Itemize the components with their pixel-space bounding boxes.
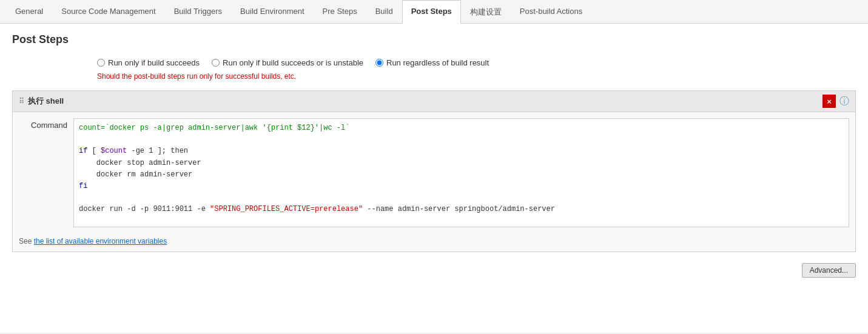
tab-scm[interactable]: Source Code Management <box>52 0 164 24</box>
shell-title: 执行 shell <box>28 96 64 107</box>
shell-block: ⠿ 执行 shell × ⓘ Command count=`docker ps … <box>12 90 856 252</box>
code-stop: docker stop admin-server <box>79 159 201 167</box>
code-run: docker run -d -p 9011:9011 -e <box>79 205 210 213</box>
shell-header-left: ⠿ 执行 shell <box>19 96 64 107</box>
radio-success-unstable-label: Run only if build succeeds or is unstabl… <box>223 58 363 67</box>
tab-bar: General Source Code Management Build Tri… <box>0 0 868 24</box>
code-line-1: count=`docker ps -a|grep admin-server|aw… <box>79 122 844 134</box>
radio-success-unstable[interactable] <box>212 59 220 67</box>
radio-always-label: Run regardless of build result <box>386 58 489 67</box>
help-icon[interactable]: ⓘ <box>839 95 849 108</box>
advanced-button[interactable]: Advanced... <box>802 263 856 278</box>
code-string: "SPRING_PROFILES_ACTIVE=prerelease" <box>210 205 363 213</box>
code-bracket: [ <box>92 147 101 155</box>
code-line-2 <box>79 134 844 145</box>
hint-text: Should the post-build steps run only for… <box>97 72 856 81</box>
see-prefix: See <box>19 237 34 245</box>
code-span: count=`docker ps -a|grep admin-server|aw… <box>79 124 349 132</box>
code-cond: -ge 1 ]; then <box>131 147 188 155</box>
tab-build-environment[interactable]: Build Environment <box>231 0 314 24</box>
tab-triggers[interactable]: Build Triggers <box>165 0 231 24</box>
code-line-5: docker rm admin-server <box>79 169 844 181</box>
page-title: Post Steps <box>12 33 856 46</box>
code-line-3: if [ $count -ge 1 ]; then <box>79 145 844 157</box>
advanced-row: Advanced... <box>12 259 856 281</box>
code-rm: docker rm admin-server <box>79 170 192 179</box>
radio-success[interactable] <box>97 59 105 67</box>
shell-header: ⠿ 执行 shell × ⓘ <box>13 91 855 112</box>
code-line-8: docker run -d -p 9011:9011 -e "SPRING_PR… <box>79 204 844 215</box>
code-if: if <box>79 147 87 155</box>
command-label: Command <box>19 118 67 227</box>
tab-post-build-actions[interactable]: Post-build Actions <box>511 0 591 24</box>
see-line: See the list of available environment va… <box>13 233 855 252</box>
radio-option-2[interactable]: Run only if build succeeds or is unstabl… <box>212 58 363 67</box>
shell-header-right: × ⓘ <box>823 95 849 108</box>
tab-pre-steps[interactable]: Pre Steps <box>314 0 366 24</box>
delete-button[interactable]: × <box>823 95 836 108</box>
code-editor[interactable]: count=`docker ps -a|grep admin-server|aw… <box>73 118 849 227</box>
env-vars-link[interactable]: the list of available environment variab… <box>34 237 167 245</box>
tab-build[interactable]: Build <box>366 0 402 24</box>
command-area: count=`docker ps -a|grep admin-server|aw… <box>73 118 849 227</box>
radio-success-label: Run only if build succeeds <box>108 58 200 67</box>
page-content: Post Steps Run only if build succeeds Ru… <box>0 24 868 333</box>
tab-post-steps[interactable]: Post Steps <box>402 0 461 24</box>
drag-handle-icon[interactable]: ⠿ <box>19 97 24 105</box>
radio-group: Run only if build succeeds Run only if b… <box>97 58 856 67</box>
code-line-4: docker stop admin-server <box>79 158 844 169</box>
radio-option-3[interactable]: Run regardless of build result <box>375 58 489 67</box>
code-run2: --name admin-server springboot/admin-ser… <box>363 205 555 213</box>
radio-option-1[interactable]: Run only if build succeeds <box>97 58 200 67</box>
code-fi: fi <box>79 182 87 190</box>
tab-build-settings[interactable]: 构建设置 <box>461 0 511 24</box>
code-line-6: fi <box>79 181 844 192</box>
shell-body: Command count=`docker ps -a|grep admin-s… <box>13 112 855 233</box>
tab-general[interactable]: General <box>6 0 52 24</box>
radio-always[interactable] <box>375 59 383 67</box>
code-var: $count <box>101 147 127 155</box>
code-line-7 <box>79 192 844 204</box>
